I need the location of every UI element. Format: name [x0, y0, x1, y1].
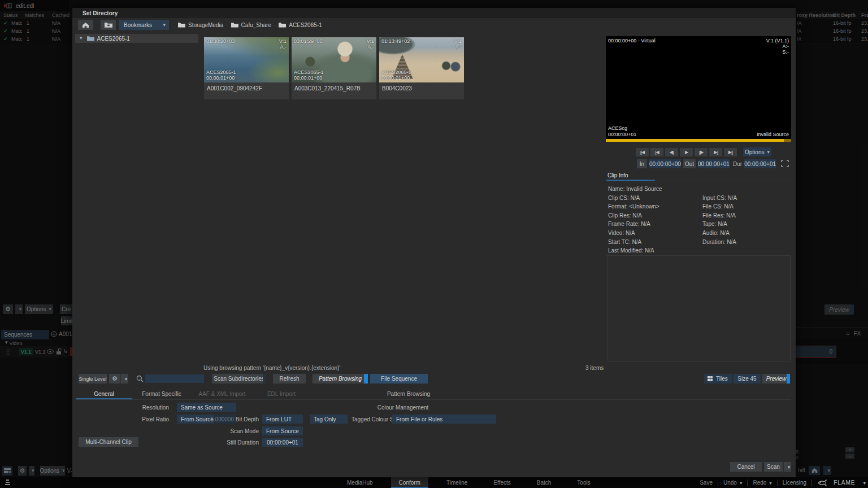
home-dropdown-arrow[interactable]: [823, 466, 831, 475]
gear-icon[interactable]: ⚙: [3, 304, 13, 314]
go-to-end-button[interactable]: ▶||: [724, 148, 737, 156]
duration-timecode-field[interactable]: 00:00:00+01: [744, 159, 776, 168]
tree-expand-caret[interactable]: [77, 34, 83, 41]
home-icon[interactable]: [809, 466, 820, 475]
go-to-in-button[interactable]: [◀: [650, 148, 663, 156]
track-patch-source[interactable]: V1.1: [19, 348, 33, 355]
thumb-audio-track: A:-: [455, 44, 462, 50]
network-folder-button[interactable]: [101, 20, 116, 30]
in-button[interactable]: In: [637, 159, 647, 168]
bookmarks-dropdown[interactable]: Bookmarks: [119, 20, 169, 30]
breadcrumb-aces2065-1[interactable]: ACES2065-1: [279, 22, 322, 28]
table-row[interactable]: /A 16-bit fp 23.9: [796, 35, 868, 43]
table-row[interactable]: ✓ Matc 1 N/A: [0, 35, 72, 43]
preview-button[interactable]: Preview: [824, 304, 854, 315]
licensing-button[interactable]: Licensing: [783, 480, 806, 486]
limit-button-fragment[interactable]: Limit: [61, 316, 72, 325]
tab-general[interactable]: General: [76, 391, 132, 397]
folder-icon: [279, 22, 286, 28]
out-timecode-field[interactable]: 00:00:00+01: [698, 159, 730, 168]
tab-tools[interactable]: Tools: [569, 477, 598, 488]
taskbar-overflow-arrow[interactable]: [860, 480, 866, 486]
pattern-browsing-toggle[interactable]: Pattern Browsing: [313, 374, 368, 384]
tab-edl-import[interactable]: EDL Import: [253, 391, 310, 397]
gear-dropdown-arrow[interactable]: [120, 374, 128, 384]
breadcrumb-cafu-share[interactable]: Cafu_Share: [231, 22, 271, 28]
gear-icon[interactable]: ⚙: [18, 466, 27, 476]
viewer-position-bar[interactable]: [606, 139, 791, 142]
home-button[interactable]: [78, 20, 93, 30]
options-button[interactable]: Options: [40, 466, 65, 476]
table-row[interactable]: /A 16-bit fp 23.9: [796, 27, 868, 36]
table-row[interactable]: ✓ Matc 1 N/A: [0, 19, 72, 28]
viewer-options-dropdown[interactable]: Options: [743, 147, 771, 156]
scan-dropdown-arrow[interactable]: [783, 462, 791, 472]
cancel-button[interactable]: Cancel: [730, 462, 762, 472]
out-button[interactable]: Out: [683, 159, 696, 168]
zoom-in-button[interactable]: +: [845, 447, 854, 452]
fx-controls[interactable]: ≂ FX: [845, 330, 861, 337]
file-sequence-button[interactable]: File Sequence: [370, 374, 428, 384]
search-input[interactable]: [145, 374, 204, 383]
table-row[interactable]: ✓ Matc 1 N/A: [0, 27, 72, 36]
gear-dropdown-arrow[interactable]: [29, 466, 34, 476]
tab-format-specific[interactable]: Format Specific: [132, 391, 191, 397]
unlock-icon[interactable]: [56, 348, 62, 355]
clip-tile[interactable]: 01:13:49+02 V:1 A:- ACES2065-1 00:00:01+…: [379, 37, 464, 99]
fullscreen-icon[interactable]: [781, 160, 789, 167]
patch-route-icon[interactable]: ↳: [63, 348, 68, 354]
step-forward-button[interactable]: ||▶: [695, 148, 708, 156]
tab-batch[interactable]: Batch: [529, 477, 559, 488]
play-button[interactable]: ▶: [680, 148, 693, 156]
refresh-button[interactable]: Refresh: [273, 374, 306, 384]
tab-effects[interactable]: Effects: [485, 477, 518, 488]
tiles-view-button[interactable]: Tiles: [704, 374, 732, 384]
go-to-out-button[interactable]: ▶]: [709, 148, 722, 156]
track-patch-dest[interactable]: V1.1: [35, 349, 46, 355]
save-button[interactable]: Save: [700, 480, 713, 486]
collapse-icon[interactable]: ≂: [845, 330, 850, 337]
eye-icon[interactable]: [47, 349, 54, 354]
layers-icon[interactable]: [2, 466, 12, 476]
tab-timeline[interactable]: Timeline: [439, 477, 475, 488]
drag-handle-icon[interactable]: [6, 348, 10, 355]
resolution-dropdown[interactable]: Same as Source: [177, 403, 236, 412]
scan-button[interactable]: Scan: [764, 462, 783, 472]
go-to-start-button[interactable]: ||◀: [636, 148, 649, 156]
tab-pattern-browsing[interactable]: Pattern Browsing: [375, 391, 442, 397]
redo-button[interactable]: Redo: [753, 480, 771, 486]
single-level-button[interactable]: Single Level: [79, 374, 107, 384]
sort-stack-icon[interactable]: [5, 480, 10, 486]
create-button-fragment[interactable]: Cre: [60, 304, 72, 314]
video-track-group[interactable]: Video: [2, 340, 22, 346]
info-file-res: File Res: N/A: [702, 211, 736, 220]
sequences-selector[interactable]: Sequences: [1, 330, 49, 339]
tagged-colour-space-dropdown[interactable]: From File or Rules: [392, 415, 496, 424]
scan-subdirectories-button[interactable]: Scan Subdirectories: [212, 374, 266, 384]
still-duration-field[interactable]: 00:00:00+01: [262, 438, 303, 447]
tree-item-aces2065-1[interactable]: ACES2065-1: [75, 34, 198, 43]
breadcrumb-storagemedia[interactable]: StorageMedia: [178, 22, 223, 28]
options-button[interactable]: Options: [25, 304, 54, 314]
step-back-button[interactable]: ◀||: [665, 148, 678, 156]
zoom-out-button[interactable]: −: [845, 454, 854, 459]
tab-aaf-xml-import[interactable]: AAF & XML Import: [191, 391, 253, 397]
multi-channel-clip-button[interactable]: Multi-Channel Clip: [79, 437, 138, 447]
in-timecode-field[interactable]: 00:00:00+00: [649, 159, 681, 168]
clip-tile[interactable]: 03:01:29+06 V:1 A:- ACES2065-1 00:00:01+…: [292, 37, 376, 99]
timeline-value-field[interactable]: 0: [796, 346, 836, 358]
tag-only-button[interactable]: Tag Only: [310, 415, 348, 424]
undo-button[interactable]: Undo: [723, 480, 742, 486]
gear-icon[interactable]: ⚙: [109, 374, 120, 384]
tile-size-field[interactable]: Size 45: [734, 374, 761, 384]
tab-mediahub[interactable]: MediaHub: [339, 477, 381, 488]
scan-mode-dropdown[interactable]: From Source: [262, 426, 303, 435]
pixel-ratio-dropdown[interactable]: From Source: [177, 415, 214, 424]
tab-conform[interactable]: Conform: [391, 477, 428, 488]
preview-toggle[interactable]: Preview: [762, 374, 790, 384]
clip-tile[interactable]: 01:38:20+03 V:1 A:- ACES2065-1 00:00:01+…: [204, 37, 289, 99]
tab-clip-info[interactable]: Clip Info: [607, 172, 628, 178]
table-row[interactable]: /A 16-bit fp 23.9: [796, 19, 868, 28]
gear-dropdown-arrow[interactable]: [15, 304, 23, 314]
bit-depth-dropdown[interactable]: From LUT: [262, 415, 303, 424]
